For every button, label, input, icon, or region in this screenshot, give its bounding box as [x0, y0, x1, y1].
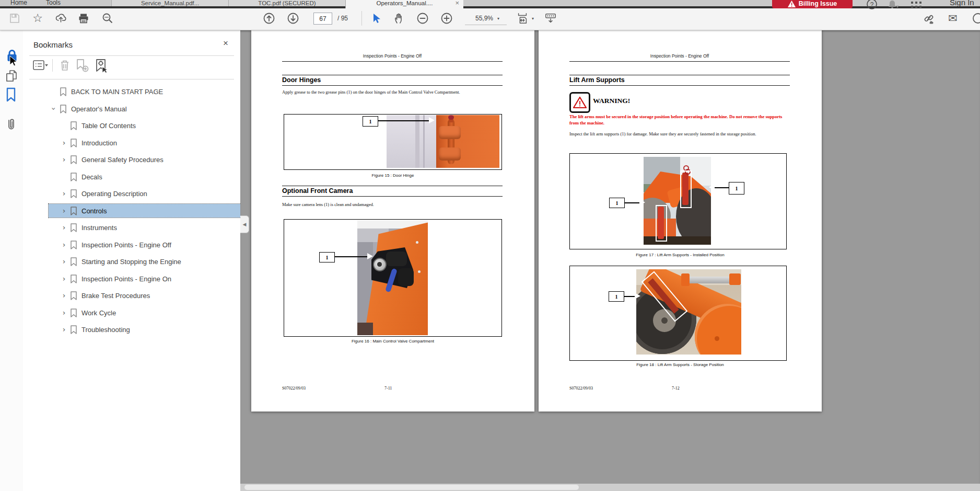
bookmark-label: Operating Description — [81, 190, 147, 198]
tab-toc[interactable]: TOC.pdf (SECURED) — [228, 0, 345, 6]
next-page-icon[interactable] — [287, 12, 299, 25]
bookmark-item[interactable]: › Troubleshooting — [23, 321, 278, 338]
bookmark-item[interactable]: › Starting and Stopping the Engine — [23, 253, 278, 270]
page-thumbnails-icon[interactable] — [5, 70, 18, 85]
bookmark-icon — [70, 275, 77, 283]
chevron-right-icon[interactable]: › — [61, 275, 67, 283]
bookmark-item[interactable]: › Operator's Manual — [23, 100, 267, 117]
chevron-right-icon[interactable]: › — [61, 309, 67, 317]
expand-current-bookmark-icon[interactable] — [94, 59, 109, 75]
section-heading: Lift Arm Supports — [569, 76, 625, 84]
chevron-right-icon[interactable]: › — [61, 139, 67, 147]
close-panel-icon[interactable]: × — [220, 38, 231, 49]
rule — [282, 75, 503, 75]
lift-arm-installed-photo — [644, 157, 711, 245]
chevron-right-icon[interactable]: › — [61, 257, 67, 266]
svg-text:?: ? — [870, 1, 874, 8]
pdf-page-right: Inspection Points - Engine Off Lift Arm … — [539, 30, 822, 412]
bookmark-icon — [70, 155, 77, 164]
zoom-level-value[interactable]: 55,9% — [469, 15, 493, 22]
rule — [569, 61, 790, 62]
bookmark-item[interactable]: › Brake Test Procedures — [23, 287, 278, 304]
bookmark-label: Work Cycle — [81, 309, 116, 317]
scrollbar-thumb[interactable] — [244, 485, 579, 490]
email-icon[interactable]: ✉ — [947, 12, 959, 25]
bookmark-item[interactable]: › BACK TO MAIN START PAGE — [23, 83, 267, 100]
bookmark-item[interactable]: › Work Cycle — [23, 304, 278, 321]
favorite-star-icon[interactable]: ☆ — [31, 12, 44, 25]
close-icon[interactable]: × — [455, 0, 459, 6]
document-view: Inspection Points - Engine Off Door Hing… — [240, 30, 980, 491]
callout-line — [334, 256, 367, 257]
bookmark-item[interactable]: › Instruments — [23, 219, 278, 236]
bookmark-item[interactable]: › Inspection Points - Engine On — [23, 270, 278, 287]
panel-divider — [29, 55, 234, 56]
bookmark-item[interactable]: › Table Of Contents — [23, 117, 278, 134]
chevron-expanded-icon[interactable]: › — [50, 106, 58, 112]
bookmark-icon — [70, 121, 77, 130]
previous-page-icon[interactable] — [263, 12, 275, 25]
tab-service-manual[interactable]: Service_Manual.pdf... — [111, 0, 228, 6]
lift-arm-storage-photo — [636, 269, 741, 355]
fit-width-icon[interactable] — [516, 12, 529, 25]
bookmark-label: Instruments — [81, 224, 117, 232]
delete-bookmark-icon[interactable] — [59, 59, 71, 74]
share-cloud-icon[interactable] — [55, 12, 67, 25]
bookmarks-panel-icon[interactable] — [5, 87, 17, 104]
hand-tool-icon[interactable] — [393, 12, 405, 25]
bookmark-label: Introduction — [81, 139, 117, 147]
bookmark-item[interactable]: › General Safety Procedures — [23, 151, 278, 168]
sign-in-link[interactable]: Sign In — [950, 0, 980, 7]
share-link-icon[interactable] — [923, 12, 935, 25]
chevron-right-icon[interactable]: › — [61, 207, 67, 215]
callout-arrowhead — [367, 253, 373, 259]
bookmark-item[interactable]: › Decals — [23, 168, 278, 185]
main-toolbar: ☆ / 95 55,9% ▾ — [0, 8, 980, 30]
attachments-paperclip-icon[interactable] — [5, 118, 17, 134]
tab-operators-manual[interactable]: Operators_Manual.... × — [345, 0, 463, 8]
collapse-toolbar-icon[interactable] — [544, 12, 557, 25]
zoom-caret-icon[interactable]: ▾ — [497, 16, 499, 21]
bookmarks-panel-title: Bookmarks — [33, 40, 73, 49]
chevron-right-icon[interactable]: › — [61, 241, 67, 249]
notifications-bell-icon[interactable] — [887, 0, 901, 12]
figure-18-frame — [569, 266, 787, 361]
running-header: Inspection Points - Engine Off — [282, 53, 503, 59]
zoom-in-icon[interactable] — [440, 12, 453, 25]
billing-issue-button[interactable]: Billing Issue — [772, 0, 853, 8]
tab-home[interactable]: Home — [10, 0, 27, 6]
bookmark-item[interactable]: › Inspection Points - Engine Off — [23, 236, 278, 253]
help-icon[interactable]: ? — [866, 0, 878, 12]
section-heading: Optional Front Camera — [282, 187, 353, 195]
rule — [282, 61, 503, 62]
bookmark-item-selected[interactable]: › Controls — [23, 202, 278, 219]
print-icon[interactable] — [77, 12, 90, 25]
chevron-right-icon[interactable]: › — [61, 223, 67, 232]
tab-tools[interactable]: Tools — [46, 0, 61, 6]
clipped-tool-icon[interactable] — [972, 12, 980, 25]
chevron-right-icon[interactable]: › — [61, 291, 67, 300]
fit-caret-icon[interactable]: ▾ — [532, 16, 534, 21]
bookmark-options-icon[interactable] — [32, 59, 48, 74]
search-icon[interactable] — [101, 12, 114, 25]
body-text: Apply grease to the two grease pins (1) … — [282, 89, 468, 95]
panel-toolbar-separator — [52, 59, 53, 72]
figure-15-callout: 1 — [363, 116, 378, 127]
bookmark-item[interactable]: › Introduction — [23, 134, 278, 151]
bookmark-icon — [60, 87, 67, 96]
bookmark-icon — [70, 139, 77, 147]
horizontal-scrollbar[interactable] — [240, 484, 980, 491]
rule — [282, 85, 503, 86]
collapse-panel-handle[interactable]: ◀ — [240, 215, 249, 233]
page-number-input[interactable] — [313, 13, 332, 25]
chevron-right-icon[interactable]: › — [61, 189, 67, 198]
select-tool-icon[interactable] — [370, 12, 382, 25]
footer-doc-code: S07022/09/03 — [569, 386, 593, 391]
chevron-right-icon[interactable]: › — [61, 155, 67, 164]
zoom-out-icon[interactable] — [416, 12, 429, 25]
chevron-right-icon[interactable]: › — [61, 325, 67, 334]
bookmark-item[interactable]: › Operating Description — [23, 185, 278, 202]
apps-grid-icon[interactable] — [910, 0, 924, 12]
save-icon[interactable] — [8, 12, 21, 25]
add-bookmark-icon[interactable] — [75, 59, 90, 74]
